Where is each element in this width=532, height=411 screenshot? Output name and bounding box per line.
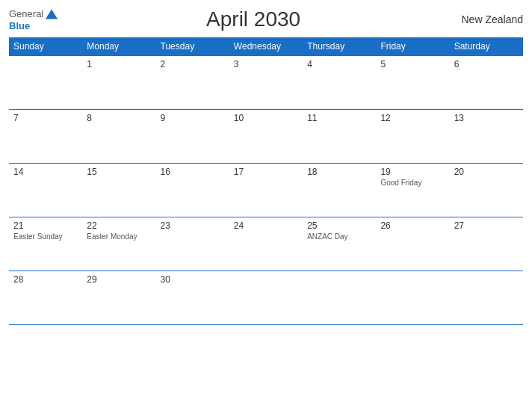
table-row xyxy=(450,271,523,325)
header: General Blue April 2030 New Zealand xyxy=(9,7,523,31)
table-row: 11 xyxy=(303,110,376,164)
table-row: 24 xyxy=(229,217,303,271)
calendar-week-row: 78910111213 xyxy=(9,110,523,164)
day-number: 6 xyxy=(454,59,519,69)
logo-blue: Blue xyxy=(9,21,30,31)
day-number: 22 xyxy=(87,220,151,231)
day-number: 14 xyxy=(13,167,78,177)
day-number: 4 xyxy=(307,59,371,69)
weekday-header-row: Sunday Monday Tuesday Wednesday Thursday… xyxy=(9,37,523,56)
table-row: 19Good Friday xyxy=(376,164,449,217)
day-number: 13 xyxy=(454,113,519,123)
table-row: 1 xyxy=(82,56,155,110)
day-number: 17 xyxy=(234,167,298,177)
day-number: 12 xyxy=(380,113,445,123)
table-row: 18 xyxy=(303,164,376,217)
table-row: 5 xyxy=(376,56,449,110)
day-number: 9 xyxy=(161,113,225,123)
calendar-week-row: 21Easter Sunday22Easter Monday232425ANZA… xyxy=(9,217,523,271)
header-friday: Friday xyxy=(376,37,449,56)
day-number: 23 xyxy=(161,220,225,231)
day-number: 21 xyxy=(13,220,78,231)
table-row: 16 xyxy=(156,164,229,217)
header-sunday: Sunday xyxy=(9,37,82,56)
day-number: 11 xyxy=(307,113,371,123)
table-row: 15 xyxy=(82,164,155,217)
table-row: 30 xyxy=(156,271,229,325)
country-label: New Zealand xyxy=(448,13,523,25)
day-number: 15 xyxy=(87,167,151,177)
day-number: 26 xyxy=(380,220,445,231)
calendar-week-row: 141516171819Good Friday20 xyxy=(9,164,523,217)
table-row xyxy=(376,271,449,325)
table-row: 17 xyxy=(229,164,303,217)
table-row: 2 xyxy=(156,56,229,110)
table-row: 14 xyxy=(9,164,82,217)
page-title: April 2030 xyxy=(58,7,448,31)
table-row: 23 xyxy=(156,217,229,271)
header-monday: Monday xyxy=(82,37,155,56)
calendar-week-row: 123456 xyxy=(9,56,523,110)
table-row: 6 xyxy=(450,56,523,110)
day-number: 2 xyxy=(161,59,225,69)
table-row: 7 xyxy=(9,110,82,164)
calendar-container: General Blue April 2030 New Zealand Sund… xyxy=(0,0,532,411)
table-row: 9 xyxy=(156,110,229,164)
day-event: Good Friday xyxy=(380,179,445,187)
logo-general: General xyxy=(9,9,43,19)
day-number: 19 xyxy=(380,167,445,177)
day-number: 18 xyxy=(307,167,371,177)
day-number: 3 xyxy=(234,59,298,69)
table-row: 10 xyxy=(229,110,303,164)
table-row: 12 xyxy=(376,110,449,164)
table-row xyxy=(9,56,82,110)
day-number: 5 xyxy=(380,59,445,69)
day-number: 24 xyxy=(234,220,298,231)
table-row: 8 xyxy=(82,110,155,164)
day-event: Easter Sunday xyxy=(13,232,78,241)
day-number: 28 xyxy=(13,274,78,285)
table-row: 29 xyxy=(82,271,155,325)
logo: General Blue xyxy=(9,7,58,31)
header-thursday: Thursday xyxy=(303,37,376,56)
table-row: 3 xyxy=(229,56,303,110)
day-number: 8 xyxy=(87,113,151,123)
table-row: 28 xyxy=(9,271,82,325)
calendar-table: Sunday Monday Tuesday Wednesday Thursday… xyxy=(9,37,523,325)
table-row: 22Easter Monday xyxy=(82,217,155,271)
day-number: 10 xyxy=(234,113,298,123)
day-number: 25 xyxy=(307,220,371,231)
table-row: 25ANZAC Day xyxy=(303,217,376,271)
table-row: 26 xyxy=(376,217,449,271)
day-number: 1 xyxy=(87,59,151,69)
table-row xyxy=(303,271,376,325)
svg-marker-0 xyxy=(46,9,58,19)
table-row: 13 xyxy=(450,110,523,164)
header-tuesday: Tuesday xyxy=(156,37,229,56)
day-number: 29 xyxy=(87,274,151,285)
day-number: 16 xyxy=(161,167,225,177)
table-row: 4 xyxy=(303,56,376,110)
table-row xyxy=(229,271,303,325)
header-saturday: Saturday xyxy=(450,37,523,56)
day-event: ANZAC Day xyxy=(307,232,371,241)
table-row: 20 xyxy=(450,164,523,217)
table-row: 21Easter Sunday xyxy=(9,217,82,271)
calendar-week-row: 282930 xyxy=(9,271,523,325)
day-number: 30 xyxy=(161,274,225,285)
logo-triangle-icon xyxy=(45,7,58,21)
table-row: 27 xyxy=(450,217,523,271)
day-number: 20 xyxy=(454,167,519,177)
day-number: 7 xyxy=(13,113,78,123)
day-number: 27 xyxy=(454,220,519,231)
header-wednesday: Wednesday xyxy=(229,37,303,56)
day-event: Easter Monday xyxy=(87,232,151,241)
